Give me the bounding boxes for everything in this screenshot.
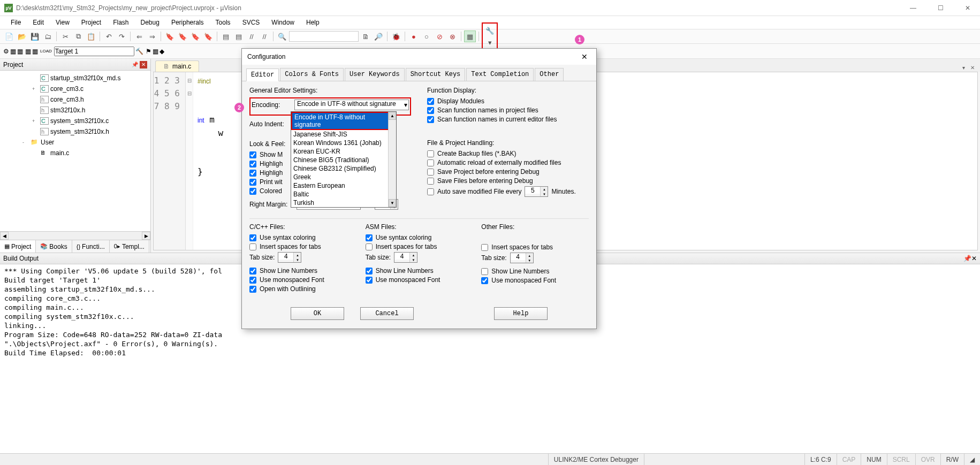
chk-asm-mono[interactable]: [366, 277, 373, 284]
chk-colored[interactable]: [249, 188, 256, 195]
dd-item-hebrew[interactable]: Hebrew: [291, 207, 396, 208]
open-icon[interactable]: 📂: [16, 31, 28, 42]
chk-save-project-debug[interactable]: [427, 169, 434, 176]
bookmark-icon[interactable]: 🔖: [164, 31, 176, 42]
chk-ccpp-linenum[interactable]: [249, 268, 256, 275]
nav-back-icon[interactable]: ⇐: [133, 31, 145, 42]
find-in-files-icon[interactable]: 🗎: [360, 31, 371, 42]
chk-backup[interactable]: [427, 150, 434, 157]
dialog-titlebar[interactable]: Configuration ✕: [242, 49, 596, 65]
menu-view[interactable]: View: [50, 17, 75, 28]
tab-books[interactable]: 📚 Books: [36, 240, 72, 253]
autosave-spin[interactable]: ▲▼: [525, 186, 548, 197]
chk-print[interactable]: [249, 179, 256, 186]
dlg-tab-colors[interactable]: Colors & Fonts: [280, 68, 344, 81]
chk-display-modules[interactable]: [427, 98, 434, 105]
chk-autosave[interactable]: [427, 188, 434, 195]
select-packs-icon[interactable]: ◆: [159, 48, 164, 55]
tree-item[interactable]: -📁User: [0, 137, 150, 148]
chk-ccpp-syntax[interactable]: [249, 234, 256, 241]
dd-item-johab[interactable]: Korean Windows 1361 (Johab): [291, 139, 396, 147]
incremental-find-icon[interactable]: 🔎: [373, 31, 384, 42]
tab-dropdown-icon[interactable]: ▾: [960, 64, 967, 72]
breakpoint-kill-all-icon[interactable]: ⊗: [446, 31, 458, 42]
new-icon[interactable]: 📄: [3, 31, 15, 42]
build-close-icon[interactable]: ✕: [971, 255, 977, 262]
dropdown-scrollbar[interactable]: ▲ ▼: [388, 112, 396, 207]
chk-ccpp-spaces[interactable]: [249, 243, 256, 250]
save-all-icon[interactable]: 🗂: [42, 31, 54, 42]
chk-autoreload[interactable]: [427, 159, 434, 166]
spin-up-icon[interactable]: ▲: [540, 187, 548, 192]
close-button[interactable]: ✕: [960, 2, 976, 14]
paste-icon[interactable]: 📋: [85, 31, 97, 42]
scroll-up-icon[interactable]: ▲: [389, 112, 396, 120]
batch-build-icon[interactable]: ▦: [25, 48, 31, 55]
tree-item[interactable]: hsystem_stm32f10x.h: [0, 126, 150, 137]
target-options-icon[interactable]: 🔨: [135, 48, 143, 55]
tree-item[interactable]: +Ccore_cm3.c: [0, 83, 150, 94]
chk-ccpp-outline[interactable]: [249, 286, 256, 293]
panel-pin-icon[interactable]: 📌: [131, 61, 139, 68]
menu-edit[interactable]: Edit: [27, 17, 49, 28]
chk-highlight1[interactable]: [249, 161, 256, 167]
tree-item[interactable]: +Csystem_stm32f10x.c: [0, 116, 150, 126]
tree-item[interactable]: Cstartup_stm32f10x_md.s: [0, 73, 150, 83]
encoding-dropdown-list[interactable]: Encode in UTF-8 without signature Japane…: [291, 111, 397, 208]
status-resize-grip[interactable]: ◢: [964, 454, 980, 465]
tree-item[interactable]: 🗎main.c: [0, 148, 150, 158]
maximize-button[interactable]: ☐: [932, 2, 949, 14]
redo-icon[interactable]: ↷: [116, 31, 127, 42]
dlg-tab-other[interactable]: Other: [535, 68, 564, 81]
dlg-tab-completion[interactable]: Text Completion: [466, 68, 534, 81]
chk-asm-spaces[interactable]: [366, 243, 373, 250]
nav-fwd-icon[interactable]: ⇒: [146, 31, 158, 42]
chk-scan-editor[interactable]: [427, 116, 434, 123]
menu-file[interactable]: File: [5, 17, 26, 28]
chk-save-files-debug[interactable]: [427, 178, 434, 185]
tree-item[interactable]: hstm32f10x.h: [0, 105, 150, 116]
tab-functions[interactable]: {} Functi...: [72, 240, 110, 253]
chk-other-linenum[interactable]: [481, 268, 488, 275]
build-icon[interactable]: ▦: [10, 48, 16, 55]
build-pin-icon[interactable]: 📌: [963, 255, 971, 262]
window-icon[interactable]: ▦: [464, 31, 476, 42]
chk-other-mono[interactable]: [481, 277, 488, 284]
spin-down-icon[interactable]: ▼: [540, 192, 548, 196]
dlg-tab-editor[interactable]: Editor: [246, 68, 279, 81]
file-ext-icon[interactable]: ⚑: [146, 48, 151, 55]
comment-icon[interactable]: //: [246, 31, 257, 42]
chk-ccpp-mono[interactable]: [249, 277, 256, 284]
chk-scan-project[interactable]: [427, 107, 434, 114]
dd-item-gb2312[interactable]: Chinese GB2312 (Simplified): [291, 164, 396, 173]
asm-tabsize-spin[interactable]: ▲▼: [394, 252, 417, 263]
ccpp-tabsize-spin[interactable]: ▲▼: [278, 252, 301, 263]
debug-icon[interactable]: 🐞: [390, 31, 402, 42]
chk-asm-syntax[interactable]: [366, 234, 373, 241]
rebuild-icon[interactable]: ▦: [17, 48, 23, 55]
menu-flash[interactable]: Flash: [108, 17, 134, 28]
chk-highlight2[interactable]: [249, 170, 256, 177]
dd-item-big5[interactable]: Chinese BIG5 (Traditional): [291, 156, 396, 164]
scroll-left-icon[interactable]: ◀: [0, 232, 9, 240]
menu-window[interactable]: Window: [266, 17, 300, 28]
scroll-right-icon[interactable]: ▶: [142, 232, 150, 240]
menu-svcs[interactable]: SVCS: [237, 17, 265, 28]
chk-other-spaces[interactable]: [481, 244, 488, 251]
minimize-button[interactable]: —: [905, 2, 922, 14]
uncomment-icon[interactable]: //: [259, 31, 270, 42]
editor-tab-main-c[interactable]: 🗎 main.c: [155, 60, 199, 72]
dlg-tab-keywords[interactable]: User Keywords: [345, 68, 405, 81]
panel-close-icon[interactable]: ✕: [140, 61, 147, 68]
chk-asm-linenum[interactable]: [366, 268, 373, 275]
configure-dropdown-icon[interactable]: ▾: [484, 36, 496, 48]
copy-icon[interactable]: ⧉: [72, 31, 84, 42]
help-button[interactable]: Help: [494, 307, 548, 320]
menu-peripherals[interactable]: Peripherals: [166, 17, 209, 28]
outdent-icon[interactable]: ▤: [233, 31, 245, 42]
dd-item-greek[interactable]: Greek: [291, 173, 396, 181]
tab-close-icon[interactable]: ✕: [968, 64, 977, 72]
menu-project[interactable]: Project: [76, 17, 107, 28]
stop-build-icon[interactable]: ▦: [32, 48, 38, 55]
tree-hscroll[interactable]: ◀ ▶: [0, 231, 150, 240]
